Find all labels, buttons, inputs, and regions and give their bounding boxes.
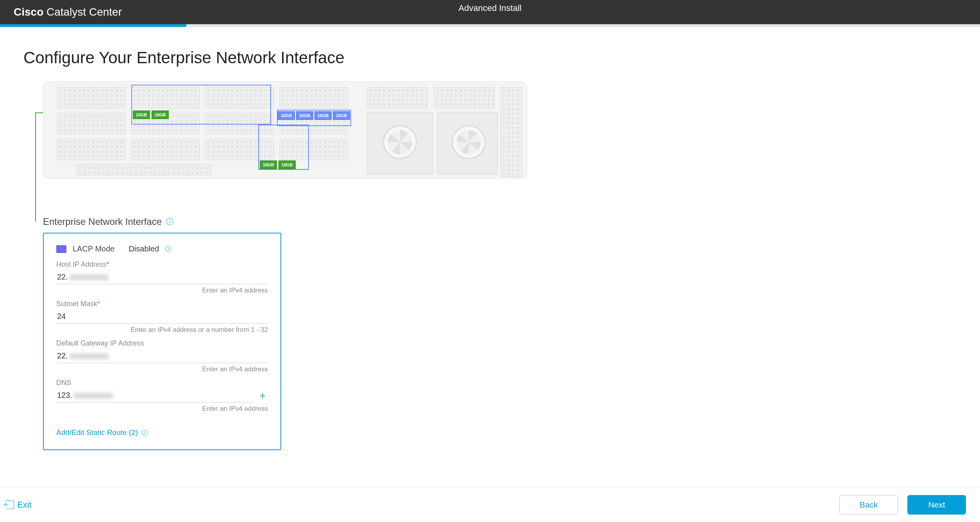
slot (500, 87, 522, 177)
field-label: Subnet Mask* (56, 300, 268, 308)
folder-icon (56, 245, 66, 253)
port-10gb-green[interactable]: 10GB (260, 160, 277, 169)
brand-rest: Catalyst Center (43, 6, 122, 18)
slot (434, 87, 494, 109)
brand: Cisco Catalyst Center (14, 6, 122, 18)
app-header: Cisco Catalyst Center Advanced Install (0, 0, 980, 24)
page-title: Configure Your Enterprise Network Interf… (23, 48, 957, 67)
port-10gb-blue[interactable]: 10GB (278, 111, 295, 120)
required-asterisk: * (107, 260, 109, 268)
field-help: Enter an IPv4 address (56, 405, 268, 413)
port-10gb-blue[interactable]: 10GB (333, 111, 350, 120)
back-button[interactable]: Back (839, 495, 898, 515)
exit-button[interactable]: Exit (5, 500, 32, 510)
slot (131, 139, 200, 160)
gateway-input[interactable]: 22. (56, 349, 268, 363)
header-title: Advanced Install (459, 3, 521, 13)
add-dns-button[interactable]: + (257, 390, 268, 401)
required-asterisk: * (97, 300, 100, 308)
redacted-icon (70, 274, 109, 280)
next-button[interactable]: Next (907, 495, 966, 515)
info-icon[interactable]: i (142, 430, 148, 436)
field-dns: DNS 123. + Enter an IPv4 address (56, 379, 268, 413)
field-host-ip: Host IP Address* 22. Enter an IPv4 addre… (56, 260, 268, 294)
progress-fill (0, 24, 186, 27)
field-subnet: Subnet Mask* Enter an IPv4 address or a … (56, 300, 268, 334)
section-label-text: Enterprise Network Interface (43, 216, 162, 227)
host-ip-input[interactable]: 22. (56, 270, 268, 284)
port-10gb-blue[interactable]: 10GB (296, 111, 313, 120)
slot (280, 87, 348, 109)
fan-icon (383, 125, 417, 159)
device-chassis: 10GB 10GB 10GB 10GB 10GB 10GB 10GB 10GB (43, 81, 527, 179)
brand-bold: Cisco (14, 6, 43, 18)
progress-track (0, 24, 980, 27)
field-label: Host IP Address* (56, 260, 268, 269)
interface-config-card: LACP Mode Disabled i Host IP Address* 22… (43, 233, 281, 450)
redacted-icon (70, 353, 109, 359)
section-label: Enterprise Network Interface i (43, 216, 957, 227)
lacp-row: LACP Mode Disabled i (56, 244, 268, 253)
page-body: Configure Your Enterprise Network Interf… (0, 27, 980, 505)
slot (367, 87, 427, 109)
footer: Exit Back Next (0, 487, 980, 522)
field-gateway: Default Gateway IP Address 22. Enter an … (56, 339, 268, 373)
exit-icon (5, 501, 14, 509)
subnet-input[interactable] (56, 310, 268, 324)
lead-line-v (35, 112, 36, 222)
field-help: Enter an IPv4 address (56, 287, 268, 294)
slot (77, 164, 211, 175)
device-diagram-wrap: 10GB 10GB 10GB 10GB 10GB 10GB 10GB 10GB (43, 81, 957, 179)
field-help: Enter an IPv4 address or a number from 1… (56, 326, 268, 334)
dns-input[interactable]: 123. (56, 388, 253, 403)
info-icon[interactable]: i (165, 246, 171, 252)
slot (57, 113, 125, 134)
redacted-icon (74, 393, 113, 399)
port-10gb-blue[interactable]: 10GB (314, 111, 332, 120)
info-icon[interactable]: i (166, 218, 173, 225)
port-10gb-green[interactable]: 10GB (278, 160, 296, 169)
lacp-value: Disabled (129, 244, 159, 253)
field-help: Enter an IPv4 address (56, 365, 268, 373)
fan-icon (452, 125, 486, 159)
port-10gb-green[interactable]: 10GB (152, 110, 169, 119)
field-label: Default Gateway IP Address (56, 339, 268, 347)
add-edit-static-route-link[interactable]: Add/Edit Static Route (2) i (56, 428, 148, 437)
slot (57, 87, 125, 109)
slot (57, 139, 125, 160)
lacp-label: LACP Mode (73, 244, 114, 253)
field-label: DNS (56, 379, 268, 387)
port-10gb-green[interactable]: 10GB (133, 110, 150, 119)
